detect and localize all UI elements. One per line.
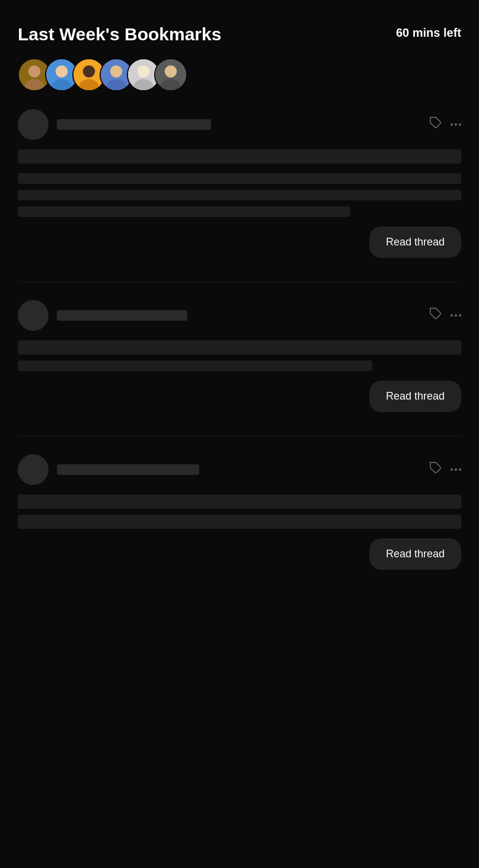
content-line [18,206,350,217]
content-line [18,360,372,371]
read-thread-button[interactable]: Read thread [369,538,461,570]
thread-header-actions [429,116,461,133]
thread-header-actions [429,461,461,478]
content-placeholder-group [18,340,461,371]
thread-header [18,300,461,331]
content-placeholder-group-2 [18,173,461,217]
user-avatar [18,109,49,140]
thread-card: Read thread [18,300,461,418]
content-line [18,149,461,164]
tag-icon[interactable] [429,116,442,133]
content-line [18,340,461,355]
content-placeholder-group [18,149,461,164]
svg-point-13 [138,65,149,77]
time-left-label: 60 mins left [396,24,461,40]
thread-card: Read thread [18,454,461,576]
user-avatar [18,300,49,331]
page-header: Last Week's Bookmarks 60 mins left [18,24,461,45]
username-placeholder [57,310,187,321]
tag-icon[interactable] [429,461,442,478]
more-options-icon[interactable] [451,123,461,126]
username-placeholder [57,119,211,130]
username-placeholder [57,464,199,475]
divider [18,436,461,436]
content-placeholder-group [18,494,461,529]
thread-header-left [18,300,429,331]
svg-point-7 [83,65,95,77]
read-thread-button[interactable]: Read thread [369,381,461,412]
thread-card: Read thread [18,109,461,264]
svg-point-16 [165,65,177,77]
thread-header-actions [429,307,461,324]
thread-header-left [18,454,429,485]
svg-point-4 [56,65,68,77]
content-line [18,494,461,509]
content-line [18,173,461,184]
thread-header-left [18,109,429,140]
svg-point-10 [110,65,122,77]
content-line [18,190,461,200]
user-avatar [18,454,49,485]
page-container: Last Week's Bookmarks 60 mins left [0,0,479,868]
thread-header [18,454,461,485]
more-options-icon[interactable] [451,468,461,471]
read-thread-button[interactable]: Read thread [369,226,461,258]
svg-point-1 [28,65,40,77]
content-line [18,515,461,529]
divider [18,282,461,282]
avatars-row [18,58,461,91]
page-title: Last Week's Bookmarks [18,24,221,45]
tag-icon[interactable] [429,307,442,324]
avatar[interactable] [154,58,187,91]
more-options-icon[interactable] [451,314,461,317]
thread-header [18,109,461,140]
